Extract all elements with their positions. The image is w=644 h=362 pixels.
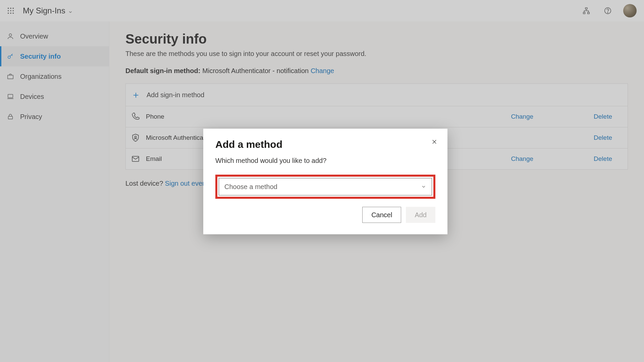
close-button[interactable] [431,139,437,145]
modal-title: Add a method [215,139,435,150]
cancel-button[interactable]: Cancel [362,207,401,223]
add-method-modal: Add a method Which method would you like… [203,129,447,234]
add-button-label: Add [415,211,427,219]
cancel-button-label: Cancel [371,211,392,219]
add-button: Add [406,207,435,223]
close-icon [431,139,437,145]
chevron-down-icon [421,184,426,189]
modal-subtitle: Which method would you like to add? [215,157,435,165]
method-dropdown[interactable]: Choose a method [219,178,432,195]
dropdown-placeholder: Choose a method [224,183,277,191]
modal-buttons: Cancel Add [215,207,435,223]
highlight-annotation: Choose a method [215,175,435,199]
